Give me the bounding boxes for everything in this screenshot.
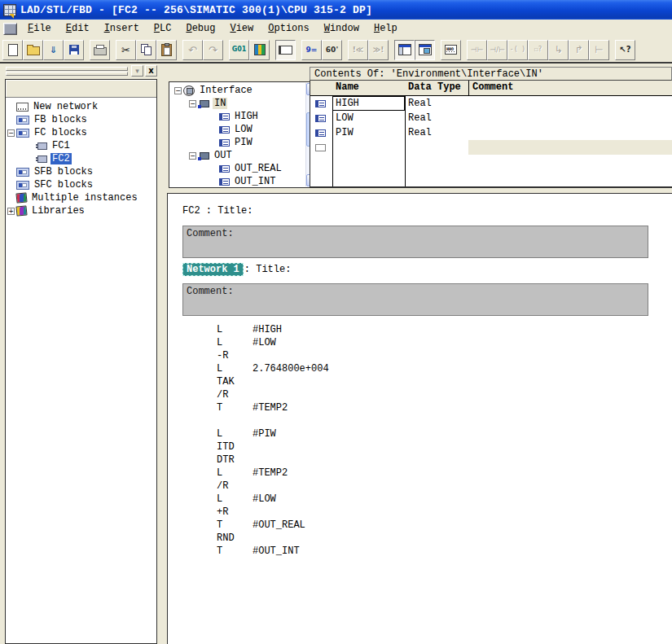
help-button[interactable]: ↖? — [615, 40, 635, 60]
cell-name[interactable]: HIGH — [332, 96, 405, 111]
cell-name[interactable]: PIW — [332, 125, 405, 140]
var-icon — [219, 139, 230, 147]
network-comment-box[interactable]: Comment: — [182, 283, 648, 316]
code-line[interactable]: T#TEMP2 — [168, 402, 672, 415]
copy-button[interactable] — [136, 40, 156, 60]
detail-toggle-button[interactable] — [415, 40, 435, 60]
network-label[interactable]: Network 1 — [182, 263, 244, 276]
empty-box-button: ☐? — [528, 40, 548, 60]
cut-button[interactable]: ✂ — [116, 40, 136, 60]
sidebar-item-new-network[interactable]: New network — [6, 100, 156, 113]
menu-debug[interactable]: Debug — [178, 21, 222, 36]
menu-help[interactable]: Help — [367, 21, 405, 36]
sidebar-item-sfb-blocks[interactable]: SFB blocks — [6, 165, 156, 178]
sidebar-item-fc1[interactable]: FC1 — [6, 139, 156, 152]
cell-comment[interactable] — [468, 125, 672, 140]
print-button[interactable] — [90, 40, 110, 60]
stl-code[interactable]: L#HIGHL#LOW-RL2.764800e+004TAK/RT#TEMP2L… — [168, 324, 672, 559]
sidebar-item-fb-blocks[interactable]: FB blocks — [6, 113, 156, 126]
new-network-button[interactable]: HHO — [441, 40, 461, 60]
menu-plc[interactable]: PLC — [147, 21, 179, 36]
sidebar-item-fc-blocks[interactable]: −FC blocks — [6, 126, 156, 139]
code-editor[interactable]: FC2 : Title: Comment: Network 1 : Title:… — [167, 193, 672, 644]
block-title[interactable]: FC2 : Title: — [182, 205, 253, 217]
dock-dropdown-button[interactable]: ▾ — [131, 65, 143, 77]
interface-item-out-int[interactable]: OUT_INT — [169, 175, 320, 188]
goto-location-button[interactable]: G01 — [229, 40, 249, 60]
cell-datatype[interactable]: Real — [405, 112, 468, 124]
paste-button[interactable] — [156, 40, 177, 60]
code-line[interactable]: L#PIW — [168, 428, 672, 441]
catalog-button[interactable] — [249, 40, 270, 60]
code-line[interactable]: L#HIGH — [168, 324, 672, 337]
code-line[interactable]: T#OUT_REAL — [168, 519, 672, 532]
menu-options[interactable]: Options — [261, 21, 316, 36]
variable-row-low[interactable]: LOWReal — [310, 111, 672, 125]
code-line[interactable]: L#LOW — [168, 337, 672, 350]
cell-comment[interactable] — [468, 111, 672, 125]
minus-expander[interactable]: − — [7, 129, 15, 137]
interface-item-out-real[interactable]: OUT_REAL — [169, 162, 320, 175]
dock-close-button[interactable]: x — [145, 65, 157, 77]
block-comment-box[interactable]: Comment: — [182, 226, 648, 258]
sidebar-item-multiple-instances[interactable]: Multiple instances — [6, 191, 156, 204]
variable-row-piw[interactable]: PIWReal — [310, 125, 672, 140]
sidebar-item-libraries[interactable]: +Libraries — [6, 204, 156, 217]
new-button[interactable] — [2, 40, 23, 60]
sidebar-item-sfc-blocks[interactable]: SFC blocks — [6, 178, 156, 191]
interface-item-in[interactable]: −IN — [169, 97, 320, 110]
symbol-info-button[interactable]: 9= — [301, 40, 322, 60]
save-button[interactable] — [64, 40, 84, 60]
interface-item-interface[interactable]: −Interface — [169, 84, 320, 97]
cell-datatype[interactable]: Real — [405, 127, 468, 138]
cell-datatype[interactable]: Real — [405, 98, 468, 109]
name-column-header[interactable]: Name — [332, 81, 405, 95]
menu-edit[interactable]: Edit — [59, 21, 97, 36]
scissors-icon: ✂ — [121, 45, 130, 55]
datatype-column-header[interactable]: Data Type — [405, 81, 468, 95]
menu-insert[interactable]: Insert — [97, 21, 147, 36]
comment-view-button[interactable] — [275, 40, 296, 60]
code-line[interactable]: -R — [168, 350, 672, 363]
code-line[interactable]: DTR — [168, 454, 672, 467]
code-line[interactable]: TAK — [168, 376, 672, 389]
minus-expander[interactable]: − — [189, 100, 196, 107]
overview-toggle-button[interactable] — [394, 40, 415, 60]
interface-item-out[interactable]: −OUT — [169, 149, 320, 162]
download-button[interactable]: ⇓ — [43, 40, 64, 60]
code-line[interactable]: L2.764800e+004 — [168, 363, 672, 376]
code-line[interactable]: /R — [168, 480, 672, 493]
minus-expander[interactable]: − — [174, 87, 182, 94]
open-button[interactable] — [23, 40, 43, 60]
interface-item-low[interactable]: LOW — [169, 123, 320, 136]
cell-name[interactable]: LOW — [332, 111, 405, 125]
menu-file[interactable]: File — [20, 21, 59, 36]
code-line[interactable]: L#LOW — [168, 493, 672, 506]
cell-comment[interactable] — [468, 96, 672, 111]
cell-comment[interactable] — [468, 140, 672, 155]
code-line[interactable]: RND — [168, 532, 672, 545]
menu-view[interactable]: View — [222, 21, 261, 36]
minus-expander[interactable]: − — [189, 152, 196, 160]
code-line[interactable]: L#TEMP2 — [168, 467, 672, 480]
code-line[interactable] — [168, 415, 672, 428]
monitor-button[interactable]: 60' — [322, 40, 342, 60]
interface-panel: −Interface−INHIGHLOWPIW−OUTOUT_REALOUT_I… — [169, 81, 321, 188]
sidebar-item-fc2[interactable]: FC2 — [6, 152, 156, 165]
plus-expander[interactable]: + — [7, 208, 15, 215]
interface-item-high[interactable]: HIGH — [169, 110, 320, 123]
cell-name[interactable] — [332, 140, 405, 155]
dock-grip-handle[interactable] — [6, 67, 128, 75]
menu-window[interactable]: Window — [317, 21, 367, 36]
tree-item-label: FC1 — [51, 140, 72, 151]
comment-column-header[interactable]: Comment — [468, 81, 672, 95]
empty-variable-row[interactable] — [310, 140, 672, 155]
interface-item-piw[interactable]: PIW — [169, 136, 320, 149]
code-line[interactable]: T#OUT_INT — [168, 545, 672, 559]
variable-row-high[interactable]: HIGHReal — [310, 96, 672, 111]
child-window-icon[interactable] — [3, 23, 17, 35]
code-line[interactable]: ITD — [168, 441, 672, 454]
code-line[interactable]: /R — [168, 389, 672, 402]
network-title[interactable]: : Title: — [244, 264, 292, 275]
code-line[interactable]: +R — [168, 506, 672, 519]
